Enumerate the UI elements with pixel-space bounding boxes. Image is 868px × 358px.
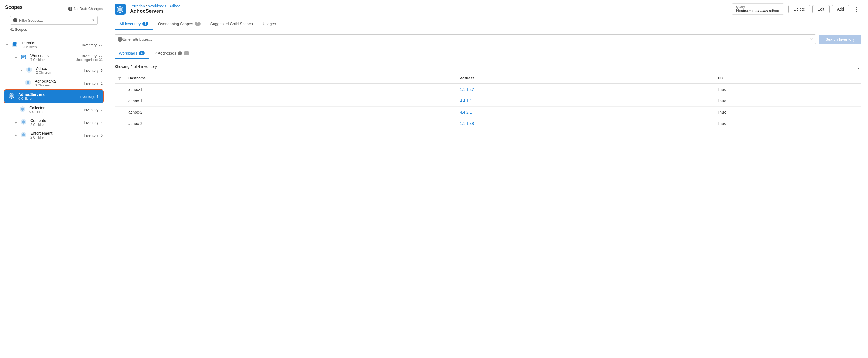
scope-icon-tetration	[11, 41, 19, 49]
search-info-icon: i	[118, 37, 123, 42]
breadcrumb: Tetration : Workloads : Adhoc	[130, 4, 727, 8]
hostname-column-header[interactable]: Hostname ↑	[124, 73, 456, 84]
sidebar-item-compute[interactable]: ► Compute 2 Children Inventory: 4	[0, 116, 107, 129]
table-row: adhoc-1 1.1.1.47 linux	[115, 84, 861, 95]
sidebar-item-tetration[interactable]: ▼ Tetration 5 Children Inventory: 77	[0, 38, 107, 51]
svg-rect-4	[22, 55, 25, 56]
filter-row[interactable]: i ×	[10, 16, 98, 25]
row-address[interactable]: 4.4.1.1	[456, 95, 714, 107]
table-more-button[interactable]: ⋮	[856, 63, 861, 70]
sub-tab-workloads[interactable]: Workloads 4	[115, 48, 149, 59]
tab-usages[interactable]: Usages	[258, 18, 281, 30]
delete-button[interactable]: Delete	[788, 5, 810, 13]
query-box: Query Hostname contains adhoc-	[732, 3, 784, 15]
filter-info-icon: i	[13, 18, 18, 23]
scope-text-adhoc: Adhoc 2 Children	[36, 66, 82, 75]
main-content: Tetration : Workloads : Adhoc AdhocServe…	[108, 0, 868, 358]
row-address[interactable]: 1.1.1.48	[456, 118, 714, 130]
address-column-header[interactable]: Address ↕	[456, 73, 714, 84]
scope-count: 41 Scopes	[5, 26, 103, 34]
sidebar-item-adhocservers[interactable]: AdhocServers 0 Children Inventory: 4	[4, 90, 103, 103]
breadcrumb-workloads[interactable]: Workloads	[148, 4, 166, 8]
scope-icon-collector	[19, 106, 27, 114]
row-hostname: adhoc-1	[124, 84, 456, 95]
scope-breadcrumb-icon	[115, 4, 126, 15]
main-tabs: All Inventory 4 Overlapping Scopes 0 Sug…	[108, 18, 868, 30]
sidebar: Scopes i No Draft Changes i × 41 Scopes …	[0, 0, 108, 358]
sidebar-item-adhocservers-wrapper: AdhocServers 0 Children Inventory: 4	[0, 89, 107, 103]
sub-tabs: Workloads 4 IP Addresses i 0	[108, 48, 868, 59]
sidebar-item-adhockafka[interactable]: AdhocKafka 0 Children Inventory: 1	[0, 77, 107, 89]
scope-list: ▼ Tetration 5 Children Inventory: 77	[0, 37, 107, 358]
edit-button[interactable]: Edit	[812, 5, 830, 13]
row-hostname: adhoc-1	[124, 95, 456, 107]
sidebar-item-enforcement[interactable]: ► Enforcement 2 Children Inventory: 0	[0, 129, 107, 142]
scope-icon-adhoc	[26, 66, 34, 74]
breadcrumb-area: Tetration : Workloads : Adhoc AdhocServe…	[130, 4, 727, 14]
search-input[interactable]	[123, 37, 810, 42]
row-filter-cell	[115, 118, 124, 130]
chevron-icon-compute[interactable]: ►	[14, 120, 18, 125]
breadcrumb-tetration[interactable]: Tetration	[130, 4, 145, 8]
search-clear-icon[interactable]: ×	[810, 36, 813, 42]
scope-text-adhockafka: AdhocKafka 0 Children	[35, 79, 82, 87]
sidebar-item-workloads[interactable]: ▼ Workloads 7 Children	[0, 51, 107, 64]
filter-column-header: ▿	[115, 73, 124, 84]
svg-rect-2	[13, 42, 16, 46]
tab-overlapping-scopes[interactable]: Overlapping Scopes 0	[153, 18, 206, 30]
breadcrumb-adhoc[interactable]: Adhoc	[169, 4, 180, 8]
chevron-icon-enforcement[interactable]: ►	[14, 133, 18, 137]
tab-suggested-child-scopes[interactable]: Suggested Child Scopes	[206, 18, 258, 30]
hostname-sort-icon: ↑	[148, 77, 149, 80]
row-hostname: adhoc-2	[124, 118, 456, 130]
draft-info-icon: i	[68, 7, 72, 11]
scope-icon-compute	[21, 118, 28, 126]
sidebar-item-adhoc[interactable]: ▼ Adhoc 2 Children Inventory: 5	[0, 64, 107, 77]
row-filter-cell	[115, 95, 124, 107]
scope-text-enforcement: Enforcement 2 Children	[30, 131, 82, 139]
row-os: linux	[714, 84, 861, 95]
sidebar-header: Scopes i No Draft Changes i × 41 Scopes	[0, 0, 107, 37]
row-filter-cell	[115, 107, 124, 118]
filter-icon[interactable]: ▿	[118, 76, 121, 80]
sub-tab-ip-addresses[interactable]: IP Addresses i 0	[149, 48, 194, 59]
svg-rect-3	[21, 55, 26, 59]
scope-text-adhocservers: AdhocServers 0 Children	[18, 92, 77, 101]
search-input-wrapper[interactable]: i ×	[115, 34, 816, 44]
table-row: adhoc-2 4.4.2.1 linux	[115, 107, 861, 118]
scope-group-tetration: ▼ Tetration 5 Children Inventory: 77	[0, 38, 107, 142]
header-actions: Delete Edit Add ⋮	[788, 5, 861, 13]
table-row: adhoc-1 4.4.1.1 linux	[115, 95, 861, 107]
inventory-table: ▿ Hostname ↑ Address ↕ OS ↕	[115, 73, 861, 130]
add-button[interactable]: Add	[832, 5, 849, 13]
scope-text-tetration: Tetration 5 Children	[22, 41, 80, 49]
showing-text: Showing 4 of 4 inventory	[115, 64, 157, 69]
sidebar-item-collector[interactable]: Collector 0 Children Inventory: 7	[0, 103, 107, 116]
chevron-icon-workloads[interactable]: ▼	[14, 56, 18, 60]
row-os: linux	[714, 107, 861, 118]
table-row: adhoc-2 1.1.1.48 linux	[115, 118, 861, 130]
scope-text-collector: Collector 0 Children	[29, 106, 82, 114]
os-column-header[interactable]: OS ↕	[714, 73, 861, 84]
page-title: AdhocServers	[130, 8, 727, 14]
draft-notice: i No Draft Changes	[68, 7, 103, 11]
filter-clear-icon[interactable]: ×	[92, 18, 95, 23]
chevron-icon[interactable]: ▼	[5, 43, 9, 47]
search-inventory-button[interactable]: Search Inventory	[819, 35, 861, 44]
row-filter-cell	[115, 84, 124, 95]
scope-icon-adhocservers	[8, 92, 16, 100]
scope-text-compute: Compute 2 Children	[30, 118, 82, 127]
search-bar: i × Search Inventory	[108, 30, 868, 48]
tab-all-inventory[interactable]: All Inventory 4	[115, 18, 153, 30]
row-os: linux	[714, 95, 861, 107]
more-options-button[interactable]: ⋮	[851, 5, 861, 13]
scope-icon-enforcement	[21, 131, 28, 139]
row-os: linux	[714, 118, 861, 130]
filter-input[interactable]	[19, 18, 90, 23]
table-area: Showing 4 of 4 inventory ⋮ ▿ Hostname ↑ …	[108, 59, 868, 358]
os-sort-icon: ↕	[725, 77, 727, 80]
ip-addresses-info-icon: i	[178, 51, 182, 55]
chevron-icon-adhoc[interactable]: ▼	[19, 68, 24, 72]
row-address[interactable]: 1.1.1.47	[456, 84, 714, 95]
row-address[interactable]: 4.4.2.1	[456, 107, 714, 118]
